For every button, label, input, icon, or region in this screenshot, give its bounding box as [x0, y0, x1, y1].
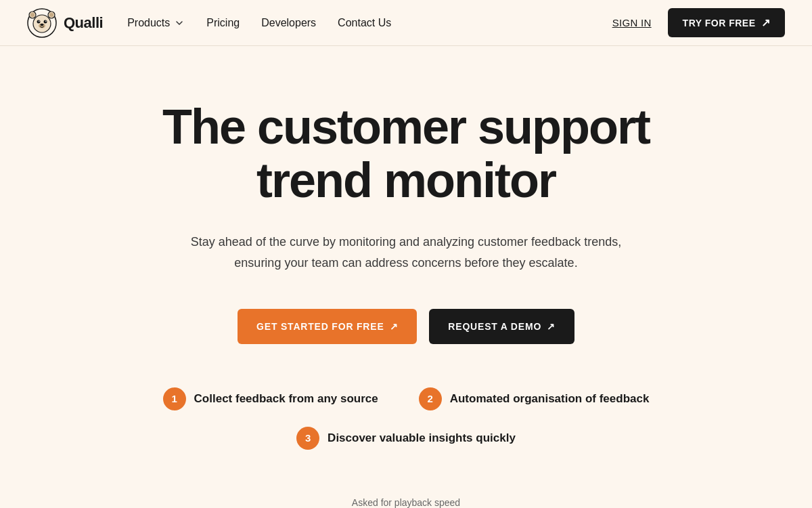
get-started-button[interactable]: GET STARTED FOR FREE ↗ — [238, 309, 417, 344]
try-free-button[interactable]: TRY FOR FREE ↗ — [668, 8, 785, 37]
feature-pill-2: 2 Automated organisation of feedback — [419, 387, 650, 410]
arrow-icon: ↗ — [390, 321, 399, 332]
arrow-icon: ↗ — [547, 321, 556, 332]
feature-text-1: Collect feedback from any source — [194, 392, 378, 406]
feature-number-2: 2 — [419, 387, 442, 410]
feature-pills: 1 Collect feedback from any source 2 Aut… — [102, 387, 710, 450]
nav-pricing-link[interactable]: Pricing — [206, 17, 240, 28]
feature-text-2: Automated organisation of feedback — [450, 392, 650, 406]
hero-title: The customer support trend monitor — [135, 100, 677, 207]
logo-link[interactable]: Qualli — [27, 8, 103, 38]
nav-contact-link[interactable]: Contact Us — [338, 17, 391, 28]
logo-icon — [27, 8, 57, 38]
chevron-down-icon — [174, 18, 185, 28]
bottom-hint: Asked for playback speed — [27, 490, 785, 508]
svg-point-4 — [49, 13, 53, 17]
svg-point-7 — [44, 20, 47, 23]
request-demo-button[interactable]: REQUEST A DEMO ↗ — [429, 309, 574, 344]
feature-pill-1: 1 Collect feedback from any source — [163, 387, 378, 410]
nav-developers-link[interactable]: Developers — [261, 17, 316, 28]
feature-text-3: Discover valuable insights quickly — [328, 431, 516, 445]
hero-buttons: GET STARTED FOR FREE ↗ REQUEST A DEMO ↗ — [238, 309, 574, 344]
sign-in-link[interactable]: SIGN IN — [612, 17, 652, 28]
nav-links: Products Pricing Developers — [127, 17, 391, 29]
hero-section: The customer support trend monitor Stay … — [0, 46, 812, 508]
svg-point-6 — [37, 20, 41, 23]
logo-text: Qualli — [64, 14, 103, 32]
playback-label: Asked for playback speed — [352, 497, 460, 508]
arrow-icon: ↗ — [761, 16, 771, 29]
nav-left: Qualli Products Pricing — [27, 8, 391, 38]
nav-right: SIGN IN TRY FOR FREE ↗ — [612, 8, 785, 37]
products-label: Products — [127, 17, 170, 29]
svg-point-3 — [30, 13, 35, 17]
svg-point-9 — [45, 20, 47, 22]
nav-products-dropdown[interactable]: Products — [127, 17, 185, 29]
hero-subtitle: Stay ahead of the curve by monitoring an… — [189, 232, 623, 273]
feature-pill-3: 3 Discover valuable insights quickly — [102, 427, 710, 450]
svg-point-11 — [41, 23, 44, 26]
navbar: Qualli Products Pricing — [0, 0, 812, 46]
feature-number-1: 1 — [163, 387, 186, 410]
svg-point-8 — [39, 20, 40, 22]
feature-number-3: 3 — [296, 427, 319, 450]
